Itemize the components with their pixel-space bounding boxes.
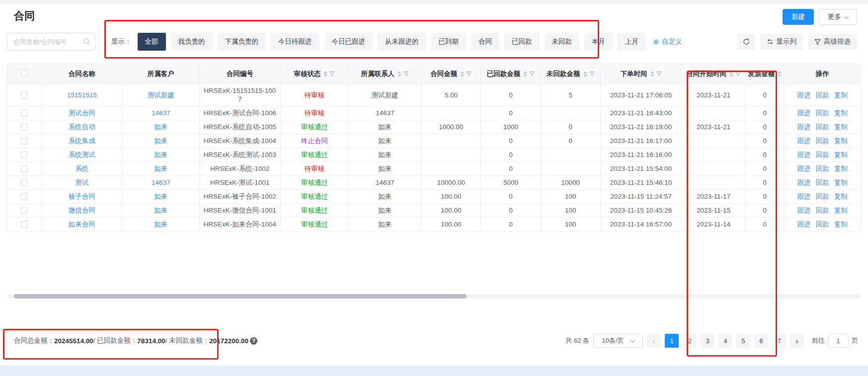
column-filter-icon[interactable]	[656, 71, 662, 76]
row-action-复制[interactable]: 复制	[834, 123, 848, 131]
page-button-7[interactable]: 7	[772, 334, 786, 348]
filter-pill[interactable]: 从未跟进的	[378, 33, 426, 51]
page-button-2[interactable]: 2	[683, 334, 697, 348]
customer-link[interactable]: 如来	[154, 221, 167, 228]
row-action-回款[interactable]: 回款	[816, 179, 829, 186]
page-button-3[interactable]: 3	[701, 334, 714, 348]
customer-link[interactable]: 如来	[154, 151, 167, 158]
row-checkbox[interactable]	[21, 179, 28, 186]
page-size-select[interactable]: 10条/页	[593, 334, 643, 348]
customer-link[interactable]: 如来	[154, 123, 167, 131]
column-filter-icon[interactable]	[329, 71, 335, 76]
customer-link[interactable]: 测试新建	[148, 91, 174, 99]
customer-link[interactable]: 如来	[154, 207, 167, 214]
filter-pill[interactable]: 未回款	[545, 33, 580, 51]
row-checkbox[interactable]	[21, 124, 28, 131]
row-action-跟进[interactable]: 跟进	[797, 137, 811, 145]
new-button[interactable]: 新建	[783, 9, 814, 25]
row-action-跟进[interactable]: 跟进	[797, 109, 811, 117]
column-sort-icon[interactable]	[323, 71, 327, 77]
row-action-跟进[interactable]: 跟进	[797, 207, 811, 214]
filter-pill[interactable]: 上月	[618, 33, 646, 51]
row-action-跟进[interactable]: 跟进	[797, 165, 811, 172]
row-action-复制[interactable]: 复制	[834, 179, 848, 186]
contract-name-link[interactable]: 微信合同	[69, 207, 95, 214]
row-action-复制[interactable]: 复制	[834, 193, 848, 200]
contract-name-link[interactable]: 15151515	[67, 91, 97, 99]
more-button[interactable]: 更多	[819, 9, 857, 25]
filter-pill[interactable]: 下属负责的	[218, 33, 266, 51]
filter-pill[interactable]: 本月	[584, 33, 613, 51]
column-sort-icon[interactable]	[729, 71, 733, 77]
row-action-回款[interactable]: 回款	[816, 193, 829, 200]
filter-pill[interactable]: 合同	[471, 33, 499, 51]
row-action-回款[interactable]: 回款	[816, 151, 829, 158]
filter-pill[interactable]: 今日待跟进	[271, 33, 319, 51]
contract-name-link[interactable]: 测试	[75, 179, 88, 186]
contract-name-link[interactable]: 系统	[75, 165, 88, 172]
row-action-跟进[interactable]: 跟进	[797, 193, 811, 200]
row-action-回款[interactable]: 回款	[816, 91, 829, 99]
prev-page-button[interactable]: ‹	[647, 334, 661, 348]
column-filter-icon[interactable]	[589, 71, 595, 76]
row-checkbox[interactable]	[21, 92, 28, 99]
column-sort-icon[interactable]	[523, 71, 527, 77]
row-action-复制[interactable]: 复制	[834, 151, 848, 158]
horizontal-scrollbar-track[interactable]	[7, 294, 861, 299]
help-icon[interactable]: ?	[250, 337, 257, 345]
advanced-filter-button[interactable]: 高级筛选	[808, 34, 857, 50]
row-checkbox[interactable]	[21, 193, 28, 200]
next-page-button[interactable]: ›	[790, 334, 804, 348]
select-all-checkbox[interactable]	[21, 70, 28, 76]
column-sort-icon[interactable]	[583, 71, 587, 77]
column-sort-icon[interactable]	[397, 71, 401, 77]
page-button-6[interactable]: 6	[754, 334, 768, 348]
filter-pill[interactable]: 我负责的	[171, 33, 213, 51]
filter-pill[interactable]: 全部	[138, 33, 166, 51]
row-action-回款[interactable]: 回款	[816, 165, 829, 172]
page-button-5[interactable]: 5	[736, 334, 750, 348]
contract-name-link[interactable]: 测试合同	[69, 109, 95, 117]
row-checkbox[interactable]	[21, 221, 28, 228]
contract-name-link[interactable]: 系统测试	[69, 151, 95, 158]
contract-name-link[interactable]: 被子合同	[69, 193, 95, 200]
customer-link[interactable]: 如来	[154, 165, 167, 172]
row-action-回款[interactable]: 回款	[816, 221, 829, 228]
customer-link[interactable]: 14637	[152, 109, 170, 117]
refresh-button[interactable]	[737, 34, 755, 50]
customer-link[interactable]: 如来	[154, 137, 167, 145]
row-action-复制[interactable]: 复制	[834, 165, 848, 172]
filter-pill[interactable]: 已回款	[504, 33, 540, 51]
customer-link[interactable]: 14637	[152, 179, 170, 186]
show-columns-button[interactable]: 显示列	[760, 34, 803, 50]
customize-link[interactable]: 自定义	[653, 37, 682, 46]
row-action-复制[interactable]: 复制	[834, 91, 848, 99]
filter-pill[interactable]: 已到期	[431, 33, 467, 51]
row-action-复制[interactable]: 复制	[834, 137, 848, 145]
customer-link[interactable]: 如来	[154, 193, 167, 200]
row-action-跟进[interactable]: 跟进	[797, 221, 811, 228]
row-action-回款[interactable]: 回款	[816, 109, 829, 117]
column-filter-icon[interactable]	[403, 71, 409, 76]
contract-name-link[interactable]: 系统集成	[69, 137, 95, 145]
row-action-复制[interactable]: 复制	[834, 207, 848, 214]
contract-name-link[interactable]: 系统自动	[69, 123, 95, 131]
column-sort-icon[interactable]	[460, 71, 464, 77]
row-checkbox[interactable]	[21, 165, 28, 172]
row-action-跟进[interactable]: 跟进	[797, 179, 811, 186]
page-button-1[interactable]: 1	[665, 334, 679, 348]
horizontal-scrollbar-thumb[interactable]	[14, 294, 467, 299]
row-action-回款[interactable]: 回款	[816, 137, 829, 145]
column-filter-icon[interactable]	[466, 71, 472, 76]
search-icon[interactable]	[83, 38, 90, 45]
page-button-4[interactable]: 4	[718, 334, 732, 348]
row-action-跟进[interactable]: 跟进	[797, 91, 811, 99]
row-checkbox[interactable]	[21, 110, 28, 117]
row-action-跟进[interactable]: 跟进	[797, 123, 811, 131]
column-sort-icon[interactable]	[650, 71, 654, 77]
row-action-跟进[interactable]: 跟进	[797, 151, 811, 158]
column-filter-icon[interactable]	[529, 71, 535, 76]
row-checkbox[interactable]	[21, 151, 28, 158]
row-action-复制[interactable]: 复制	[834, 221, 848, 228]
row-action-回款[interactable]: 回款	[816, 123, 829, 131]
